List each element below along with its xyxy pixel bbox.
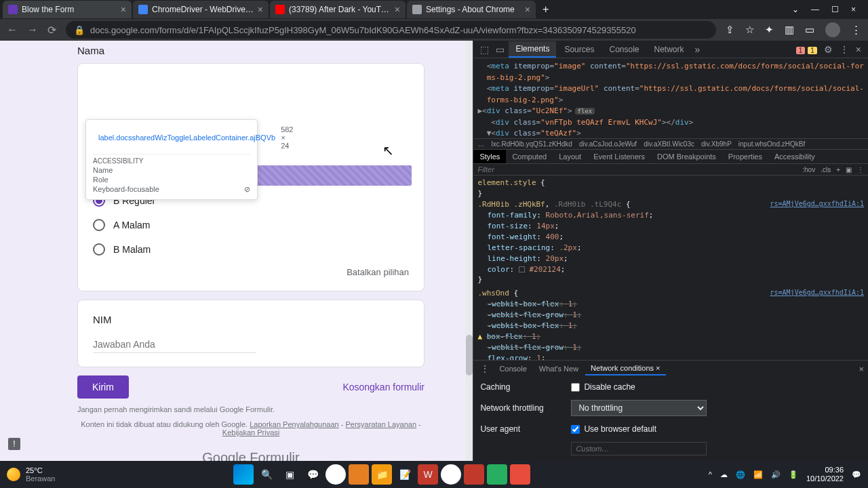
notepad-icon[interactable]: 📝 <box>395 464 415 485</box>
clear-form-link[interactable]: Kosongkan formulir <box>342 382 425 392</box>
tab-console[interactable]: Console <box>602 42 646 57</box>
hov-toggle[interactable]: :hov <box>802 166 815 174</box>
more-tabs-icon[interactable]: » <box>692 44 703 55</box>
throttling-select[interactable]: No throttling <box>571 400 707 416</box>
inspector-tooltip: label.docssharedWizToggleLabeledContaine… <box>85 119 258 200</box>
start-icon[interactable] <box>233 464 254 485</box>
tab-elements[interactable]: Elements <box>509 41 556 58</box>
privacy-link[interactable]: Kebijakan Privasi <box>222 428 279 436</box>
notifications-icon[interactable]: 💬 <box>852 470 861 479</box>
app-icon[interactable] <box>487 464 507 485</box>
close-icon[interactable]: × <box>121 4 126 15</box>
back-icon[interactable]: ← <box>7 24 18 36</box>
tab-network[interactable]: Network <box>648 42 691 57</box>
new-rule-icon[interactable]: + <box>836 166 840 174</box>
browser-tab-3[interactable]: Settings - About Chrome × <box>407 1 536 18</box>
ua-default-checkbox[interactable]: Use browser default <box>571 424 656 434</box>
disable-cache-checkbox[interactable]: Disable cache <box>571 382 635 392</box>
styletab-props[interactable]: Properties <box>722 150 768 163</box>
drawer-tab-console[interactable]: Console <box>494 363 532 375</box>
maximize-icon[interactable]: ☐ <box>831 5 839 14</box>
radio-label: A Malam <box>113 220 150 230</box>
styletab-event[interactable]: Event Listeners <box>587 150 651 163</box>
close-icon[interactable]: × <box>395 4 400 15</box>
submit-button[interactable]: Kirim <box>77 375 129 399</box>
wifi-icon[interactable]: 📶 <box>753 470 763 479</box>
kebab-icon[interactable]: ⋮ <box>477 363 492 374</box>
drawer-tab-whatsnew[interactable]: What's New <box>534 363 584 375</box>
dom-tree[interactable]: <meta itemprop="image" content="https://… <box>473 58 868 138</box>
styletab-dom[interactable]: DOM Breakpoints <box>651 150 722 163</box>
dom-breadcrumb[interactable]: … lxc.RdH0ib.yqQS1.zKHdkd div.aCsJod.oJe… <box>473 138 868 149</box>
forward-icon[interactable]: → <box>27 24 38 36</box>
chat-icon[interactable]: 💬 <box>302 464 323 485</box>
weather-widget[interactable]: 25°C Berawan <box>7 466 55 483</box>
reload-icon[interactable]: ⟳ <box>47 24 56 37</box>
recorder-icon[interactable] <box>510 464 530 485</box>
terms-link[interactable]: Persyaratan Layanan <box>345 420 416 428</box>
volume-icon[interactable]: 🔊 <box>771 470 781 479</box>
styletab-styles[interactable]: Styles <box>473 150 506 163</box>
onedrive-icon[interactable]: ☁ <box>720 470 728 479</box>
radio-option[interactable]: B Malam <box>93 237 409 262</box>
extensions-icon[interactable]: ✦ <box>765 24 774 36</box>
close-drawer-icon[interactable]: × <box>859 364 864 374</box>
language-icon[interactable]: 🌐 <box>736 470 745 479</box>
sidepanel-icon[interactable]: ▥ <box>785 24 794 36</box>
reading-list-icon[interactable]: ▭ <box>805 24 814 36</box>
chevron-up-icon[interactable]: ^ <box>709 470 712 479</box>
cls-toggle[interactable]: .cls <box>821 166 831 174</box>
styletab-layout[interactable]: Layout <box>553 150 587 163</box>
chrome-icon[interactable] <box>326 464 346 485</box>
search-icon[interactable]: 🔍 <box>256 464 277 485</box>
gear-icon[interactable]: ⚙ <box>821 44 835 55</box>
drawer-tab-network-conditions[interactable]: Network conditions × <box>585 362 665 375</box>
styletab-acc[interactable]: Accessibility <box>768 150 821 163</box>
scrollbar-thumb[interactable] <box>466 335 473 375</box>
close-window-icon[interactable]: × <box>851 5 856 14</box>
browser-tab-1[interactable]: ChromeDriver - WebDriver for Ch × <box>133 1 269 18</box>
device-toggle-icon[interactable]: ▭ <box>493 44 507 55</box>
close-devtools-icon[interactable]: × <box>853 44 864 55</box>
bookmark-icon[interactable]: ☆ <box>745 24 754 36</box>
styletab-computed[interactable]: Computed <box>506 150 553 163</box>
inspect-element-icon[interactable]: ⬚ <box>477 44 492 55</box>
kebab-icon[interactable]: ⋮ <box>837 44 852 55</box>
xampp-icon[interactable] <box>464 464 484 485</box>
computed-panel-icon[interactable]: ▣ <box>846 166 852 174</box>
kebab-icon[interactable]: ⋮ <box>857 166 864 174</box>
radio-icon <box>93 219 105 231</box>
answer-input[interactable] <box>93 336 256 353</box>
minimize-icon[interactable]: — <box>811 5 819 14</box>
wps-icon[interactable]: W <box>418 464 438 485</box>
task-view-icon[interactable]: ▣ <box>279 464 300 485</box>
report-abuse-link[interactable]: Laporkan Penyalahgunaan <box>250 420 339 428</box>
clock[interactable]: 09:36 10/10/2022 <box>806 466 844 483</box>
chevron-down-icon[interactable]: ⌄ <box>792 5 799 14</box>
windows-taskbar: 25°C Berawan 🔍 ▣ 💬 📁 📝 W ^ ☁ 🌐 📶 🔊 🔋 09:… <box>0 461 868 488</box>
browser-tab-0[interactable]: Blow the Form × <box>3 1 132 18</box>
url-field[interactable]: 🔒 docs.google.com/forms/d/e/1FAIpQLSccjk… <box>66 21 716 39</box>
radio-option[interactable]: A Malam <box>93 213 409 237</box>
clear-choice-link[interactable]: Batalkan pilihan <box>93 267 409 277</box>
close-icon[interactable]: × <box>258 4 263 15</box>
question-label-truncated: Nama <box>77 45 425 56</box>
ua-custom-input[interactable] <box>571 442 707 455</box>
feedback-button[interactable]: ! <box>8 438 20 450</box>
share-icon[interactable]: ⇪ <box>726 24 734 36</box>
scrollbar[interactable] <box>466 41 473 461</box>
battery-icon[interactable]: 🔋 <box>789 470 798 479</box>
style-filter-input[interactable] <box>477 165 518 174</box>
profile-avatar[interactable] <box>825 22 840 37</box>
browser-tab-2[interactable]: (33789) After Dark - YouTube × <box>270 1 406 18</box>
chrome-active-icon[interactable] <box>441 464 461 485</box>
styles-pane[interactable]: element.style { } rs=AMjVe6gd…gxxfhdIiA:… <box>473 176 868 360</box>
error-count[interactable]: 11 <box>793 44 820 55</box>
tab-sources[interactable]: Sources <box>557 42 601 57</box>
menu-icon[interactable]: ⋮ <box>851 24 861 36</box>
new-tab-button[interactable]: + <box>542 3 549 16</box>
close-icon[interactable]: × <box>656 364 660 372</box>
folder-icon[interactable]: 📁 <box>372 464 392 485</box>
app-icon[interactable] <box>349 464 369 485</box>
close-icon[interactable]: × <box>525 4 530 15</box>
